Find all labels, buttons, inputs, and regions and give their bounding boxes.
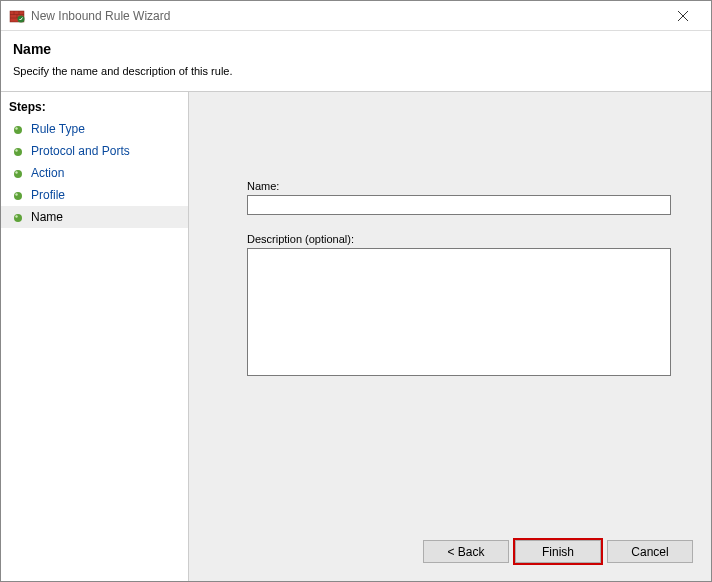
form-area: Name: Description (optional): <box>247 180 671 379</box>
page-subtitle: Specify the name and description of this… <box>13 65 699 77</box>
wizard-window: New Inbound Rule Wizard Name Specify the… <box>0 0 712 582</box>
step-profile[interactable]: Profile <box>1 184 188 206</box>
name-input[interactable] <box>247 195 671 215</box>
svg-point-18 <box>15 215 17 217</box>
step-label: Protocol and Ports <box>31 144 130 158</box>
svg-point-11 <box>14 148 22 156</box>
back-button[interactable]: < Back <box>423 540 509 563</box>
button-row: < Back Finish Cancel <box>423 540 693 563</box>
main-panel: Name: Description (optional): < Back Fin… <box>189 92 711 581</box>
titlebar: New Inbound Rule Wizard <box>1 1 711 31</box>
svg-point-10 <box>15 127 17 129</box>
svg-point-16 <box>15 193 17 195</box>
bullet-icon <box>13 146 23 156</box>
description-input[interactable] <box>247 248 671 376</box>
steps-heading: Steps: <box>1 98 188 118</box>
description-label: Description (optional): <box>247 233 671 245</box>
name-label: Name: <box>247 180 671 192</box>
cancel-button[interactable]: Cancel <box>607 540 693 563</box>
finish-button[interactable]: Finish <box>515 540 601 563</box>
svg-point-13 <box>14 170 22 178</box>
step-rule-type[interactable]: Rule Type <box>1 118 188 140</box>
step-label: Action <box>31 166 64 180</box>
step-label: Rule Type <box>31 122 85 136</box>
steps-sidebar: Steps: Rule Type Protocol and Ports Acti… <box>1 92 189 581</box>
step-name[interactable]: Name <box>1 206 188 228</box>
svg-point-12 <box>15 149 17 151</box>
bullet-icon <box>13 190 23 200</box>
step-action[interactable]: Action <box>1 162 188 184</box>
svg-point-14 <box>15 171 17 173</box>
body: Steps: Rule Type Protocol and Ports Acti… <box>1 92 711 581</box>
bullet-icon <box>13 124 23 134</box>
svg-point-9 <box>14 126 22 134</box>
bullet-icon <box>13 212 23 222</box>
firewall-icon <box>9 8 25 24</box>
svg-point-15 <box>14 192 22 200</box>
bullet-icon <box>13 168 23 178</box>
page-header: Name Specify the name and description of… <box>1 31 711 92</box>
step-protocol-ports[interactable]: Protocol and Ports <box>1 140 188 162</box>
step-label: Profile <box>31 188 65 202</box>
svg-point-17 <box>14 214 22 222</box>
page-title: Name <box>13 41 699 57</box>
window-title: New Inbound Rule Wizard <box>31 9 663 23</box>
step-label: Name <box>31 210 63 224</box>
close-icon[interactable] <box>663 8 703 24</box>
